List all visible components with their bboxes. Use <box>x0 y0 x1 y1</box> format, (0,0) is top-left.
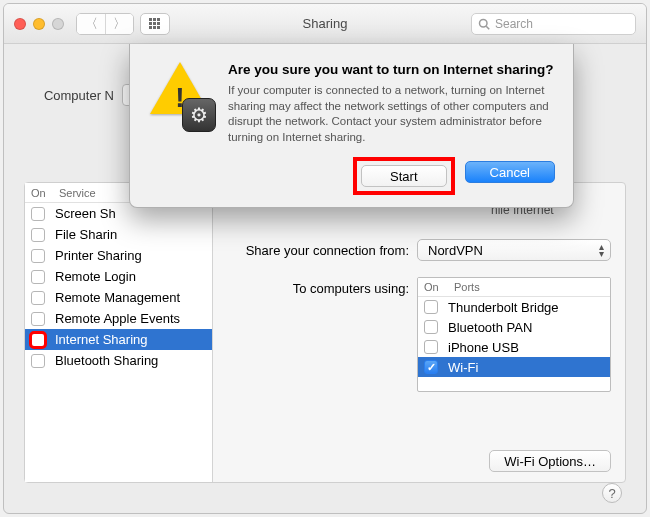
updown-icon: ▴▾ <box>599 243 604 257</box>
port-label: Wi-Fi <box>448 360 478 375</box>
port-row[interactable]: iPhone USB <box>418 337 610 357</box>
service-row[interactable]: Remote Apple Events <box>25 308 212 329</box>
start-highlight: Start <box>357 161 450 191</box>
window-controls <box>14 18 64 30</box>
col-on: On <box>31 187 59 199</box>
share-from-value: NordVPN <box>428 243 483 258</box>
nav-back-forward: 〈 〉 <box>76 13 134 35</box>
port-label: Thunderbolt Bridge <box>448 300 559 315</box>
col-on: On <box>424 281 454 293</box>
service-label: Remote Apple Events <box>55 311 180 326</box>
service-checkbox[interactable] <box>31 312 45 326</box>
service-checkbox[interactable] <box>31 249 45 263</box>
search-placeholder: Search <box>495 17 533 31</box>
titlebar: 〈 〉 Sharing Search <box>4 4 646 44</box>
service-checkbox[interactable] <box>31 228 45 242</box>
services-list: On Service Screen Sh File Sharin Printer… <box>25 183 213 482</box>
service-checkbox[interactable] <box>31 291 45 305</box>
port-checkbox[interactable] <box>424 360 438 374</box>
share-from-label: Share your connection from: <box>227 243 417 258</box>
service-checkbox[interactable] <box>31 333 45 347</box>
dialog-heading: Are you sure you want to turn on Interne… <box>228 62 555 77</box>
svg-point-0 <box>480 19 488 27</box>
computer-name-label: Computer N <box>24 88 114 103</box>
service-label: Screen Sh <box>55 206 116 221</box>
help-button[interactable]: ? <box>602 483 622 503</box>
port-row[interactable]: Bluetooth PAN <box>418 317 610 337</box>
dialog-body: If your computer is connected to a netwo… <box>228 83 555 145</box>
grid-icon <box>149 18 161 30</box>
services-panel: On Service Screen Sh File Sharin Printer… <box>24 182 626 483</box>
ports-list: On Ports Thunderbolt Bridge Bluetooth PA… <box>417 277 611 392</box>
search-field[interactable]: Search <box>471 13 636 35</box>
col-service: Service <box>59 187 96 199</box>
search-icon <box>478 18 490 30</box>
confirm-dialog: ! ⚙ Are you sure you want to turn on Int… <box>129 44 574 208</box>
share-from-popup[interactable]: NordVPN ▴▾ <box>417 239 611 261</box>
service-row[interactable]: Remote Management <box>25 287 212 308</box>
service-row-internet-sharing[interactable]: Internet Sharing <box>25 329 212 350</box>
service-label: Printer Sharing <box>55 248 142 263</box>
service-checkbox[interactable] <box>31 354 45 368</box>
service-checkbox[interactable] <box>31 270 45 284</box>
port-checkbox[interactable] <box>424 340 438 354</box>
service-checkbox[interactable] <box>31 207 45 221</box>
to-computers-row: To computers using: On Ports Thunderbolt… <box>227 277 611 392</box>
cancel-button[interactable]: Cancel <box>465 161 555 183</box>
to-computers-label: To computers using: <box>227 277 417 392</box>
col-ports: Ports <box>454 281 480 293</box>
service-label: File Sharin <box>55 227 117 242</box>
service-label: Internet Sharing <box>55 332 148 347</box>
service-row[interactable]: Bluetooth Sharing <box>25 350 212 371</box>
sharing-window: 〈 〉 Sharing Search Computer N Edit… On <box>3 3 647 514</box>
port-checkbox[interactable] <box>424 300 438 314</box>
zoom-window-button[interactable] <box>52 18 64 30</box>
show-all-button[interactable] <box>140 13 170 35</box>
forward-button[interactable]: 〉 <box>105 14 133 34</box>
minimize-window-button[interactable] <box>33 18 45 30</box>
service-row[interactable]: Remote Login <box>25 266 212 287</box>
wifi-options-button[interactable]: Wi-Fi Options… <box>489 450 611 472</box>
port-row-wifi[interactable]: Wi-Fi <box>418 357 610 377</box>
gear-icon: ⚙ <box>182 98 216 132</box>
port-checkbox[interactable] <box>424 320 438 334</box>
service-label: Bluetooth Sharing <box>55 353 158 368</box>
service-row[interactable]: File Sharin <box>25 224 212 245</box>
port-row[interactable]: Thunderbolt Bridge <box>418 297 610 317</box>
port-label: Bluetooth PAN <box>448 320 532 335</box>
close-window-button[interactable] <box>14 18 26 30</box>
service-label: Remote Management <box>55 290 180 305</box>
service-row[interactable]: Printer Sharing <box>25 245 212 266</box>
warning-icon: ! ⚙ <box>148 62 212 126</box>
ports-header: On Ports <box>418 278 610 297</box>
details-pane: ection to the hile Internet Share your c… <box>213 183 625 482</box>
svg-line-1 <box>486 26 489 29</box>
service-label: Remote Login <box>55 269 136 284</box>
share-from-row: Share your connection from: NordVPN ▴▾ <box>227 239 611 261</box>
port-label: iPhone USB <box>448 340 519 355</box>
start-button[interactable]: Start <box>361 165 446 187</box>
back-button[interactable]: 〈 <box>77 14 105 34</box>
